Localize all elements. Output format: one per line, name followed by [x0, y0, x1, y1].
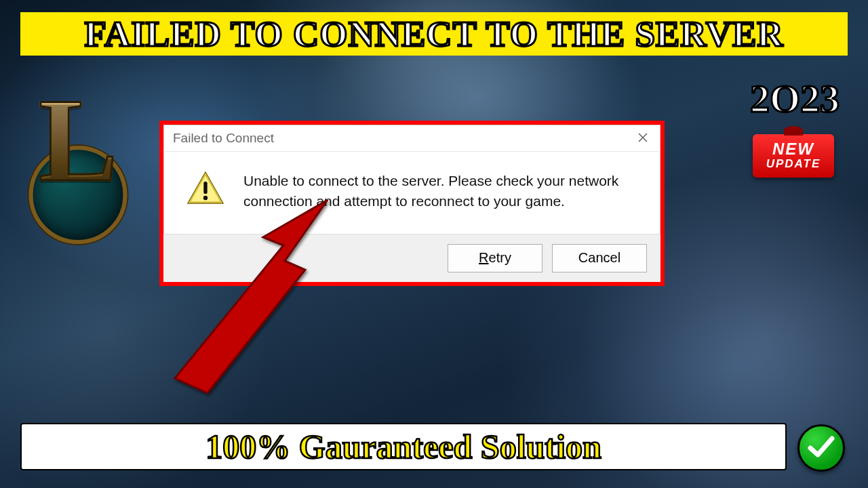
- checkmark-icon: [806, 432, 836, 464]
- headline-text: FAILED TO CONNECT TO THE SERVER: [34, 14, 834, 54]
- dialog-body: Unable to connect to the server. Please …: [163, 152, 660, 234]
- dialog-title: Failed to Connect: [173, 131, 274, 146]
- close-button[interactable]: [627, 125, 659, 151]
- cancel-label: Cancel: [578, 250, 620, 266]
- retry-label-rest: etry: [489, 250, 511, 265]
- badge-line2: UPDATE: [757, 157, 830, 171]
- new-update-badge: NEW UPDATE: [753, 134, 834, 178]
- headline-banner: FAILED TO CONNECT TO THE SERVER: [20, 12, 848, 56]
- cancel-button[interactable]: Cancel: [552, 244, 647, 272]
- dialog-message: Unable to connect to the server. Please …: [243, 171, 643, 212]
- retry-button[interactable]: Retry: [448, 244, 542, 272]
- solution-text: 100% Gauranteed Solution: [34, 427, 773, 466]
- warning-icon: [186, 171, 224, 206]
- error-dialog: Failed to Connect Unable to connect to t…: [159, 121, 665, 286]
- solution-banner: 100% Gauranteed Solution: [20, 423, 787, 470]
- close-icon: [638, 131, 648, 146]
- badge-line1: NEW: [757, 141, 830, 157]
- year-label: 2O23: [750, 76, 840, 121]
- dialog-titlebar: Failed to Connect: [163, 125, 660, 152]
- logo-letter: L: [39, 81, 118, 200]
- svg-point-1: [203, 196, 208, 200]
- dialog-button-row: Retry Cancel: [163, 234, 660, 282]
- svg-rect-0: [203, 182, 207, 194]
- checkmark-badge: [797, 424, 845, 472]
- game-logo: L: [24, 81, 132, 210]
